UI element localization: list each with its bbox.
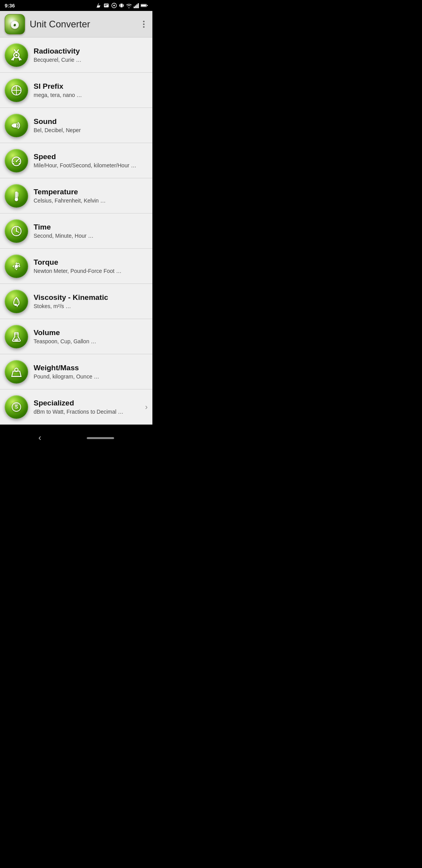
svg-rect-14 [147,5,148,6]
svg-point-42 [16,230,17,231]
svg-rect-5 [120,4,123,7]
status-icons [95,2,148,9]
item-subtitle-torque: Newton Meter, Pound-Force Foot … [34,268,148,274]
svg-rect-8 [134,7,135,8]
svg-point-17 [14,24,16,26]
svg-rect-11 [138,3,139,8]
item-title-speed: Speed [34,152,148,161]
list-item-speed[interactable]: Speed Mile/Hour, Foot/Second, kilometer/… [0,143,152,178]
svg-point-48 [16,338,18,339]
vibrate-icon [119,2,124,9]
list-item-volume[interactable]: Volume Teaspoon, Cup, Gallon … [0,319,152,354]
svg-rect-10 [136,4,138,8]
navigation-bar: ‹ [0,425,152,451]
svg-marker-25 [12,123,14,127]
app-logo: ↺ [5,14,25,34]
svg-point-19 [15,54,17,56]
svg-line-31 [13,161,14,161]
app-title: Unit Converter [30,19,140,30]
status-bar: 9:36 [0,0,152,11]
temperature-icon [5,184,28,208]
svg-marker-24 [14,123,16,127]
battery-icon [141,3,148,8]
item-subtitle-radioactivity: Becquerel, Curie … [34,57,148,63]
item-subtitle-speed: Mile/Hour, Foot/Second, kilometer/Hour … [34,162,148,169]
vpn-icon [111,2,117,9]
svg-rect-2 [104,5,106,6]
time-icon [5,219,28,243]
item-title-si-prefix: SI Prefix [34,82,148,91]
svg-rect-7 [123,4,124,7]
item-title-weight-mass: Weight/Mass [34,364,148,372]
list-item-viscosity-kinematic[interactable]: Viscosity - Kinematic Stokes, m²/s … [0,284,152,319]
viscosity-icon [5,290,28,313]
item-subtitle-volume: Teaspoon, Cup, Gallon … [34,338,148,344]
svg-rect-1 [104,4,108,5]
drive-icon [95,2,102,9]
item-title-volume: Volume [34,328,148,337]
home-indicator[interactable] [87,437,114,439]
signal-icon [134,3,139,8]
sound-icon [5,114,28,137]
list-item-temperature[interactable]: Temperature Celsius, Fahrenheit, Kelvin … [0,178,152,213]
svg-rect-6 [119,4,120,7]
si-prefix-icon: Y [5,79,28,102]
chevron-right-icon: › [145,402,148,411]
svg-line-32 [19,161,20,161]
weight-icon [5,360,28,384]
item-subtitle-temperature: Celsius, Fahrenheit, Kelvin … [34,197,148,204]
item-title-temperature: Temperature [34,188,148,196]
svg-point-35 [15,198,18,201]
list-item-time[interactable]: Time Second, Minute, Hour … [0,213,152,249]
svg-point-44 [17,263,20,266]
torque-icon [5,255,28,278]
item-title-time: Time [34,223,148,231]
list-item-specialized[interactable]: S Specialized dBm to Watt, Fractions to … [0,389,152,425]
volume-flask-icon [5,325,28,348]
list-item-si-prefix[interactable]: Y SI Prefix mega, tera, nano … [0,73,152,108]
list-item-weight-mass[interactable]: Weight/Mass Pound, kilogram, Ounce … [0,354,152,389]
list-item-radioactivity[interactable]: Radioactivity Becquerel, Curie … [0,38,152,73]
overflow-menu-button[interactable] [140,18,148,31]
svg-rect-13 [141,5,146,7]
item-subtitle-sound: Bel, Decibel, Neper [34,127,148,133]
item-subtitle-time: Second, Minute, Hour … [34,233,148,239]
svg-point-47 [14,339,19,341]
item-subtitle-si-prefix: mega, tera, nano … [34,92,148,98]
status-time: 9:36 [5,3,15,9]
list-item-sound[interactable]: Sound Bel, Decibel, Neper [0,108,152,143]
item-title-torque: Torque [34,258,148,267]
app-header: ↺ Unit Converter [0,11,152,38]
svg-rect-9 [135,5,136,8]
svg-rect-34 [16,192,17,198]
specialized-icon: S [5,395,28,419]
item-subtitle-weight-mass: Pound, kilogram, Ounce … [34,373,148,380]
radioactivity-icon [5,43,28,67]
item-title-radioactivity: Radioactivity [34,47,148,56]
item-title-sound: Sound [34,117,148,126]
category-list: Radioactivity Becquerel, Curie … Y SI Pr… [0,38,152,425]
cloud-icon [103,2,109,9]
svg-point-28 [16,161,17,162]
item-title-viscosity-kinematic: Viscosity - Kinematic [34,293,148,302]
back-button[interactable]: ‹ [38,433,41,443]
svg-point-4 [113,5,115,6]
item-subtitle-specialized: dBm to Watt, Fractions to Decimal … [34,409,142,415]
list-item-torque[interactable]: Torque Newton Meter, Pound-Force Foot … [0,249,152,284]
speed-icon [5,149,28,172]
item-title-specialized: Specialized [34,399,142,407]
wifi-icon [126,3,132,8]
item-subtitle-viscosity-kinematic: Stokes, m²/s … [34,303,148,309]
